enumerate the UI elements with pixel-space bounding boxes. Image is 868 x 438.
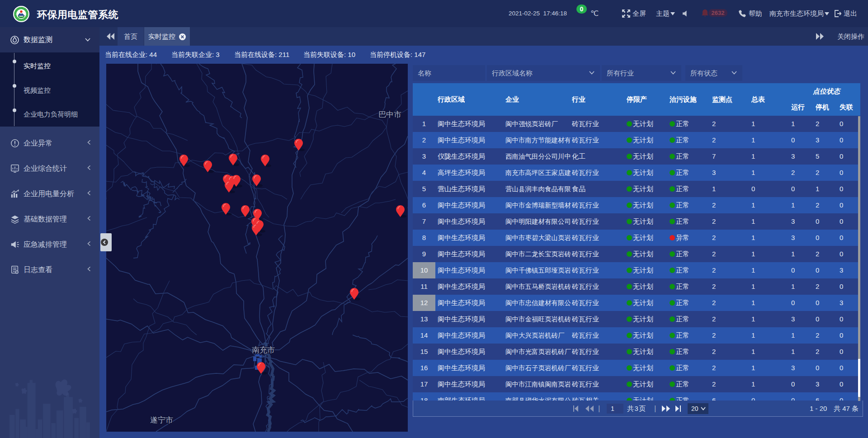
svg-text:巴中市: 巴中市 xyxy=(378,110,401,119)
svg-text:南充市: 南充市 xyxy=(252,346,275,354)
svg-text:遂宁市: 遂宁市 xyxy=(150,416,173,424)
